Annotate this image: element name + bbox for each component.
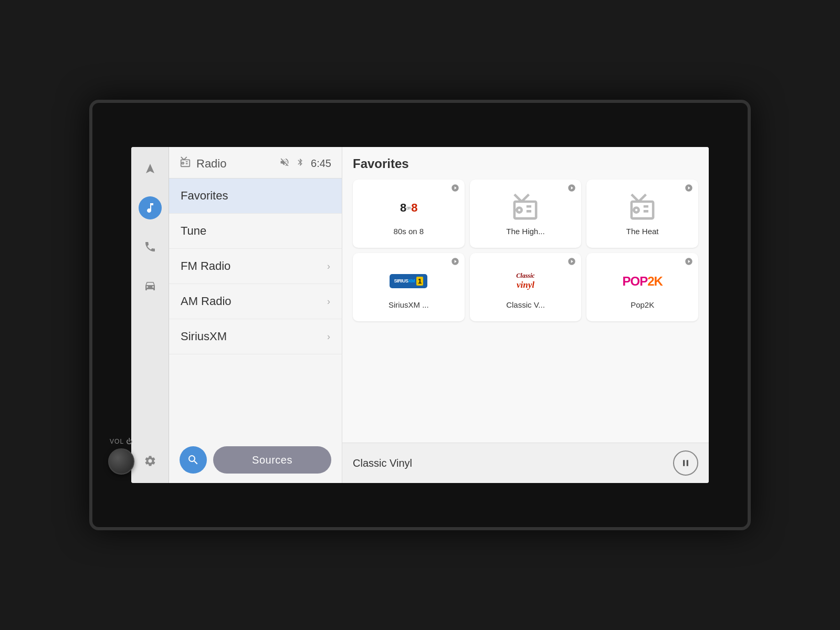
bluetooth-icon	[296, 157, 304, 170]
sidebar-item-car[interactable]	[139, 274, 162, 297]
favorite-card-classic-vinyl[interactable]: Classic vinyl Classic V...	[470, 253, 582, 321]
nav-title: Radio	[196, 157, 226, 171]
logo-pop2k: POP2K	[622, 266, 664, 297]
sirius-badge	[684, 183, 694, 193]
nav-items: Favorites Tune FM Radio › AM Radio › Sir	[169, 178, 342, 437]
nav-footer: Sources	[169, 437, 342, 483]
nav-item-favorites[interactable]: Favorites	[169, 178, 342, 214]
card-label-siriusxm: SiriusXM ...	[388, 300, 429, 309]
now-playing-bar: Classic Vinyl	[342, 443, 709, 483]
sirius-badge	[566, 183, 577, 193]
mute-icon	[279, 157, 290, 170]
favorite-card-siriusxm[interactable]: SIRIUSXM 1 SiriusXM ...	[353, 253, 465, 321]
sirius-badge	[450, 183, 460, 193]
content-title: Favorites	[353, 156, 409, 171]
sidebar-item-phone[interactable]	[139, 235, 162, 258]
card-label-the-high: The High...	[506, 227, 544, 236]
favorite-card-the-high[interactable]: The High...	[470, 180, 582, 248]
sidebar	[131, 147, 169, 483]
car-frame: Radio	[89, 100, 751, 530]
favorite-card-pop2k[interactable]: POP2K Pop2K	[586, 253, 698, 321]
logo-classic-vinyl: Classic vinyl	[505, 266, 547, 297]
nav-item-tune[interactable]: Tune	[169, 214, 342, 249]
content-header: Favorites	[353, 156, 698, 171]
content-panel: Favorites 8on8	[342, 147, 709, 483]
vol-knob[interactable]	[108, 448, 134, 475]
sirius-badge	[566, 256, 577, 267]
chevron-icon: ›	[327, 331, 330, 342]
search-button[interactable]	[180, 446, 207, 474]
logo-radio-generic	[505, 192, 547, 224]
status-bar: 6:45	[279, 157, 331, 170]
sidebar-item-settings[interactable]	[139, 449, 162, 472]
card-label-the-heat: The Heat	[626, 227, 659, 236]
card-label-80s: 80s on 8	[394, 227, 424, 236]
now-playing-text: Classic Vinyl	[353, 457, 412, 469]
sources-button[interactable]: Sources	[213, 446, 331, 474]
vol-label: VOL ⏻	[110, 438, 133, 445]
card-label-classic-vinyl: Classic V...	[506, 300, 545, 309]
nav-panel: Radio	[169, 147, 342, 483]
sidebar-item-music[interactable]	[139, 196, 162, 219]
chevron-icon: ›	[327, 296, 330, 307]
pause-button[interactable]	[673, 450, 698, 476]
screen: Radio	[131, 147, 709, 483]
radio-header-icon	[180, 156, 191, 171]
logo-sirius: SIRIUSXM 1	[387, 266, 429, 297]
volume-area: VOL ⏻	[108, 438, 134, 475]
nav-header: Radio	[169, 147, 342, 178]
logo-radio-generic2	[622, 192, 664, 224]
nav-item-fm-radio[interactable]: FM Radio ›	[169, 249, 342, 284]
card-label-pop2k: Pop2K	[631, 300, 654, 309]
logo-80s: 8on8	[387, 192, 429, 224]
sirius-badge	[450, 256, 460, 267]
nav-item-siriusxm[interactable]: SiriusXM ›	[169, 319, 342, 354]
favorites-grid: 8on8 80s on 8	[353, 180, 698, 321]
chevron-icon: ›	[327, 261, 330, 272]
favorite-card-the-heat[interactable]: The Heat	[586, 180, 698, 248]
sirius-badge	[684, 256, 694, 267]
nav-item-am-radio[interactable]: AM Radio ›	[169, 284, 342, 319]
time-display: 6:45	[311, 158, 331, 170]
sidebar-item-navigation[interactable]	[139, 158, 162, 181]
favorite-card-80s-on-8[interactable]: 8on8 80s on 8	[353, 180, 465, 248]
